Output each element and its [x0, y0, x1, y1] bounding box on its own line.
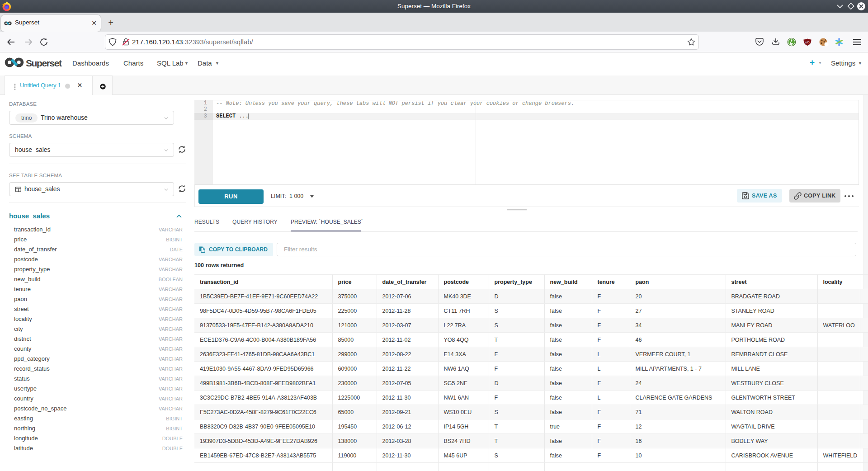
svg-text:uO: uO: [805, 41, 810, 44]
